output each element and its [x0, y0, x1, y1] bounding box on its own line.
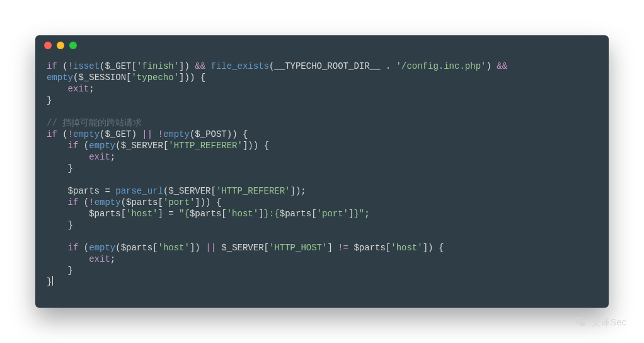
minimize-icon[interactable] — [57, 42, 64, 49]
zoom-icon[interactable] — [69, 42, 77, 49]
wechat-icon — [573, 315, 587, 329]
close-icon[interactable] — [44, 42, 52, 49]
code-window: if (!isset($_GET['finish']) && file_exis… — [35, 35, 609, 308]
watermark-text: 安译Sec — [591, 317, 626, 328]
code-block: if (!isset($_GET['finish']) && file_exis… — [35, 55, 609, 299]
watermark: 安译Sec — [573, 315, 626, 329]
window-titlebar — [35, 35, 609, 55]
